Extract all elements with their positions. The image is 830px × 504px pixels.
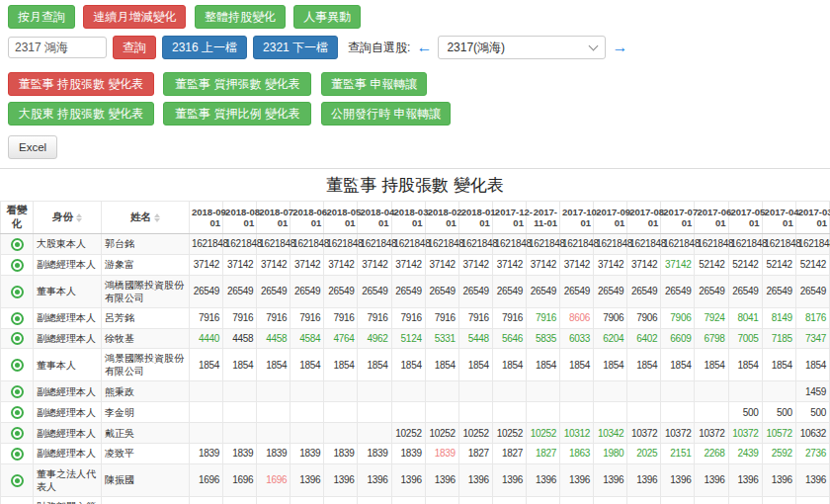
name-cell: 黃德才 bbox=[102, 496, 190, 504]
excel-export-button[interactable]: Excel bbox=[8, 135, 57, 159]
column-header-date[interactable]: 2018-01-01 bbox=[458, 202, 492, 234]
tab-major-shareholder-holdings[interactable]: 大股東 持股張數 變化表 bbox=[8, 102, 154, 126]
tab-public-offering-transfer[interactable]: 公開發行時 申報轉讓 bbox=[321, 102, 451, 126]
view-change-icon[interactable] bbox=[11, 312, 24, 325]
consecutive-change-button[interactable]: 連續月增減變化 bbox=[83, 5, 186, 29]
holding-value-cell: 1854 bbox=[661, 349, 695, 381]
column-header-date[interactable]: 2018-06-01 bbox=[290, 202, 324, 234]
view-change-icon[interactable] bbox=[11, 332, 24, 345]
column-header-date[interactable]: 2017-05-01 bbox=[728, 202, 762, 234]
column-header-date[interactable]: 2017-06-01 bbox=[695, 202, 728, 234]
column-header-date[interactable]: 2017-08-01 bbox=[627, 202, 661, 234]
column-header-identity[interactable]: 身份 bbox=[34, 202, 102, 234]
view-change-icon[interactable] bbox=[11, 474, 24, 487]
view-change-icon[interactable] bbox=[11, 286, 24, 298]
column-header-date[interactable]: 2017-12-01 bbox=[492, 202, 526, 234]
holding-value-cell: 1459 bbox=[795, 381, 829, 402]
column-header-date[interactable]: 2017-10-01 bbox=[560, 202, 594, 234]
tab-director-holdings[interactable]: 董監事 持股張數 變化表 bbox=[8, 72, 154, 96]
holding-value-cell: 52142 bbox=[728, 254, 762, 275]
holding-value-cell: 1396 bbox=[425, 463, 458, 496]
view-change-icon[interactable] bbox=[11, 238, 24, 251]
holding-value-cell: 1349 bbox=[425, 496, 458, 504]
holding-value-cell: 1621848 bbox=[762, 234, 795, 255]
holding-value-cell: 7916 bbox=[358, 307, 391, 328]
holding-value-cell: 7916 bbox=[290, 307, 324, 328]
prev-stock-button[interactable]: 2316 上一檔 bbox=[162, 36, 247, 59]
holding-value-cell bbox=[458, 402, 492, 423]
table-row: 董事本人鴻橋國際投資股份有限公司265492654926549265492654… bbox=[1, 275, 830, 307]
column-header-date[interactable]: 2017-09-01 bbox=[594, 202, 627, 234]
holding-value-cell: 1621848 bbox=[358, 234, 391, 255]
monthly-query-button[interactable]: 按月查詢 bbox=[8, 5, 75, 29]
holding-value-cell: 1349 bbox=[728, 496, 762, 504]
holding-value-cell: 7916 bbox=[425, 307, 458, 328]
holding-value-cell: 1839 bbox=[190, 444, 223, 464]
column-header-date[interactable]: 2018-09-01 bbox=[190, 202, 223, 234]
holding-value-cell: 1349 bbox=[223, 496, 257, 504]
holding-value-cell: 1621848 bbox=[695, 234, 728, 255]
overall-holding-button[interactable]: 整體持股變化 bbox=[195, 5, 286, 29]
view-change-icon[interactable] bbox=[11, 359, 24, 372]
holding-value-cell: 7906 bbox=[594, 307, 627, 328]
view-change-icon[interactable] bbox=[11, 406, 24, 419]
holding-value-cell: 26549 bbox=[795, 275, 829, 307]
view-change-icon[interactable] bbox=[11, 448, 24, 461]
holding-value-cell: 1349 bbox=[391, 496, 425, 504]
column-header-date[interactable]: 2018-05-01 bbox=[324, 202, 358, 234]
tab-director-pledged-shares[interactable]: 董監事 質押張數 變化表 bbox=[163, 72, 311, 96]
holding-value-cell: 8149 bbox=[762, 307, 795, 328]
holding-value-cell: 1396 bbox=[358, 463, 391, 496]
column-header-name[interactable]: 姓名 bbox=[102, 202, 190, 234]
view-change-cell bbox=[1, 423, 34, 444]
watchlist-right-arrow-icon[interactable]: → bbox=[612, 40, 627, 55]
holding-value-cell: 1349 bbox=[695, 496, 728, 504]
name-cell: 陳振國 bbox=[102, 463, 190, 496]
holding-value-cell: 1854 bbox=[762, 349, 795, 381]
sort-icon bbox=[154, 213, 160, 222]
column-header-date[interactable]: 2018-08-01 bbox=[223, 202, 257, 234]
holding-value-cell: 1396 bbox=[492, 463, 526, 496]
holding-value-cell: 26549 bbox=[458, 275, 492, 307]
table-row: 財務部門主管本人黃德才13491349134913491349134913491… bbox=[1, 496, 830, 504]
column-header-change[interactable]: 看變化 bbox=[1, 202, 34, 234]
column-header-date[interactable]: 2018-07-01 bbox=[257, 202, 290, 234]
view-change-cell bbox=[1, 463, 34, 496]
name-cell: 李金明 bbox=[102, 402, 190, 423]
column-header-date[interactable]: 2017-03-01 bbox=[795, 202, 829, 234]
holding-value-cell: 1349 bbox=[627, 496, 661, 504]
view-change-icon[interactable] bbox=[11, 259, 24, 272]
view-tabs-row1: 董監事 持股張數 變化表 董監事 質押張數 變化表 董監事 申報轉讓 bbox=[8, 72, 822, 96]
holding-value-cell bbox=[324, 402, 358, 423]
watchlist-select[interactable]: 2317(鴻海) bbox=[438, 36, 606, 59]
holding-value-cell bbox=[324, 423, 358, 444]
holding-value-cell: 5835 bbox=[526, 328, 559, 349]
stock-input[interactable] bbox=[8, 37, 107, 58]
tab-director-pledge-ratio[interactable]: 董監事 質押比例 變化表 bbox=[163, 102, 311, 126]
holding-value-cell bbox=[526, 381, 559, 402]
search-button[interactable]: 查詢 bbox=[113, 36, 156, 59]
holding-value-cell bbox=[257, 402, 290, 423]
holding-value-cell: 1621848 bbox=[560, 234, 594, 255]
holding-value-cell: 1839 bbox=[223, 444, 257, 464]
column-header-date[interactable]: 2018-04-01 bbox=[358, 202, 391, 234]
watchlist-left-arrow-icon[interactable]: ← bbox=[416, 40, 432, 55]
column-header-date[interactable]: 2018-03-01 bbox=[391, 202, 425, 234]
view-change-icon[interactable] bbox=[11, 385, 24, 398]
holding-value-cell: 1349 bbox=[661, 496, 695, 504]
holding-value-cell: 52142 bbox=[795, 254, 829, 275]
tab-director-transfer[interactable]: 董監事 申報轉讓 bbox=[321, 72, 427, 96]
column-header-date[interactable]: 2017-04-01 bbox=[762, 202, 795, 234]
column-header-date[interactable]: 2018-02-01 bbox=[425, 202, 458, 234]
view-change-icon[interactable] bbox=[11, 427, 24, 440]
holding-value-cell: 1621848 bbox=[526, 234, 559, 255]
holding-value-cell: 7916 bbox=[526, 307, 559, 328]
name-cell: 呂芳銘 bbox=[102, 307, 190, 328]
holding-value-cell bbox=[594, 402, 627, 423]
identity-cell: 副總經理本人 bbox=[34, 307, 102, 328]
holding-value-cell: 7906 bbox=[627, 307, 661, 328]
column-header-date[interactable]: 2017-07-01 bbox=[661, 202, 695, 234]
name-cell: 郭台銘 bbox=[102, 234, 190, 255]
next-stock-button[interactable]: 2321 下一檔 bbox=[253, 36, 338, 59]
personnel-change-button[interactable]: 人事異動 bbox=[293, 5, 361, 29]
